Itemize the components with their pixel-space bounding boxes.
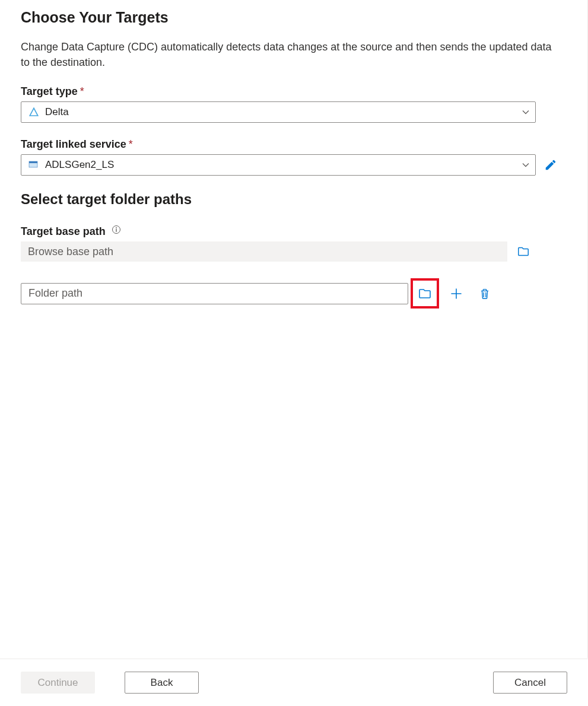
plus-icon xyxy=(449,287,463,301)
continue-button: Continue xyxy=(21,672,95,694)
target-type-label-text: Target type xyxy=(21,85,78,97)
folder-icon xyxy=(417,287,433,301)
add-folder-path-button[interactable] xyxy=(449,286,464,301)
required-asterisk: * xyxy=(129,138,133,150)
svg-rect-1 xyxy=(29,161,37,163)
page-title: Choose Your Targets xyxy=(21,9,567,26)
info-icon[interactable] xyxy=(112,225,121,234)
chevron-down-icon xyxy=(522,161,530,169)
page-subtitle: Change Data Capture (CDC) automatically … xyxy=(21,39,555,70)
cancel-button[interactable]: Cancel xyxy=(493,672,567,694)
delete-folder-path-button[interactable] xyxy=(477,286,492,301)
edit-linked-service-button[interactable] xyxy=(544,158,557,171)
browse-base-path-button[interactable] xyxy=(516,245,531,258)
chevron-down-icon xyxy=(522,108,530,116)
target-type-dropdown[interactable]: Delta xyxy=(21,101,536,123)
target-base-path-input[interactable]: Browse base path xyxy=(21,241,507,262)
select-target-folder-paths-heading: Select target folder paths xyxy=(21,191,567,208)
storage-icon xyxy=(28,160,39,170)
target-linked-service-label-text: Target linked service xyxy=(21,138,126,150)
back-button[interactable]: Back xyxy=(125,672,199,694)
required-asterisk: * xyxy=(80,85,84,97)
target-linked-service-label: Target linked service* xyxy=(21,138,567,151)
target-type-label: Target type* xyxy=(21,85,567,98)
trash-icon xyxy=(478,287,491,300)
svg-rect-4 xyxy=(116,228,116,231)
target-linked-service-dropdown[interactable]: ADLSGen2_LS xyxy=(21,154,536,176)
target-base-path-label: Target base path xyxy=(21,225,106,238)
browse-folder-path-button[interactable] xyxy=(411,278,439,309)
target-linked-service-value: ADLSGen2_LS xyxy=(45,159,522,171)
footer-bar: Continue Back Cancel xyxy=(0,659,588,706)
target-type-value: Delta xyxy=(45,106,522,118)
delta-icon xyxy=(28,107,39,117)
svg-point-3 xyxy=(116,227,117,228)
folder-path-input[interactable]: Folder path xyxy=(21,283,408,304)
